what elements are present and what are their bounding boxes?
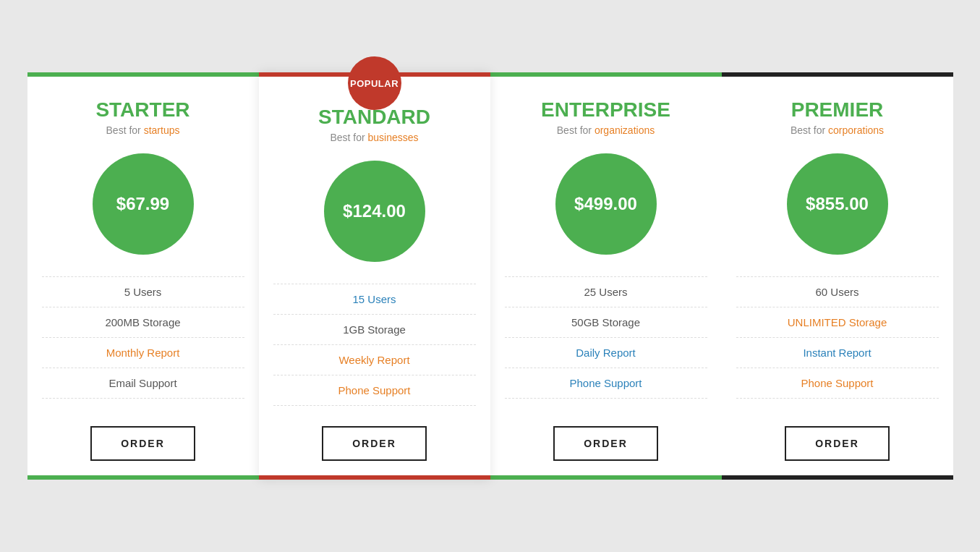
- order-button-starter[interactable]: ORDER: [90, 426, 195, 461]
- features-list-starter: 5 Users200MB StorageMonthly ReportEmail …: [42, 276, 244, 399]
- plan-subtitle-starter: Best for startups: [106, 124, 180, 136]
- plan-name-starter: STARTER: [95, 98, 189, 122]
- feature-item: Email Support: [42, 368, 244, 399]
- feature-item: Phone Support: [505, 368, 707, 399]
- order-button-premier[interactable]: ORDER: [785, 426, 890, 461]
- feature-item: UNLIMITED Storage: [736, 307, 939, 338]
- order-button-standard[interactable]: ORDER: [322, 426, 427, 461]
- feature-item: 25 Users: [505, 276, 707, 307]
- plan-card-enterprise: ENTERPRISEBest for organizations$499.002…: [490, 72, 722, 480]
- feature-item: 1GB Storage: [273, 315, 476, 345]
- feature-item: 15 Users: [273, 284, 476, 315]
- order-button-enterprise[interactable]: ORDER: [553, 426, 658, 461]
- features-list-enterprise: 25 Users50GB StorageDaily ReportPhone Su…: [505, 276, 707, 399]
- plan-card-standard: POPULARSTANDARDBest for businesses$124.0…: [259, 72, 490, 480]
- pricing-container: STARTERBest for startups$67.995 Users200…: [27, 72, 953, 480]
- plan-subtitle-enterprise: Best for organizations: [557, 124, 655, 136]
- popular-badge: POPULAR: [348, 56, 401, 110]
- feature-item: 50GB Storage: [505, 307, 707, 338]
- feature-item: Phone Support: [736, 368, 939, 399]
- price-circle-standard: $124.00: [324, 161, 425, 262]
- plan-name-premier: PREMIER: [791, 98, 884, 122]
- plan-subtitle-premier: Best for corporations: [791, 124, 884, 136]
- feature-item: 5 Users: [42, 276, 244, 307]
- price-circle-premier: $855.00: [787, 153, 888, 255]
- plan-name-enterprise: ENTERPRISE: [541, 98, 670, 122]
- price-circle-starter: $67.99: [93, 153, 194, 255]
- features-list-premier: 60 UsersUNLIMITED StorageInstant ReportP…: [736, 276, 939, 399]
- price-circle-enterprise: $499.00: [555, 153, 657, 255]
- plan-subtitle-standard: Best for businesses: [330, 132, 418, 143]
- feature-item: Instant Report: [736, 338, 939, 368]
- features-list-standard: 15 Users1GB StorageWeekly ReportPhone Su…: [273, 284, 476, 406]
- feature-item: Monthly Report: [42, 338, 244, 368]
- plan-card-premier: PREMIERBest for corporations$855.0060 Us…: [722, 72, 953, 480]
- plan-card-starter: STARTERBest for startups$67.995 Users200…: [27, 72, 259, 480]
- feature-item: Weekly Report: [273, 345, 476, 375]
- feature-item: 200MB Storage: [42, 307, 244, 338]
- feature-item: Daily Report: [505, 338, 707, 368]
- feature-item: 60 Users: [736, 276, 939, 307]
- feature-item: Phone Support: [273, 375, 476, 406]
